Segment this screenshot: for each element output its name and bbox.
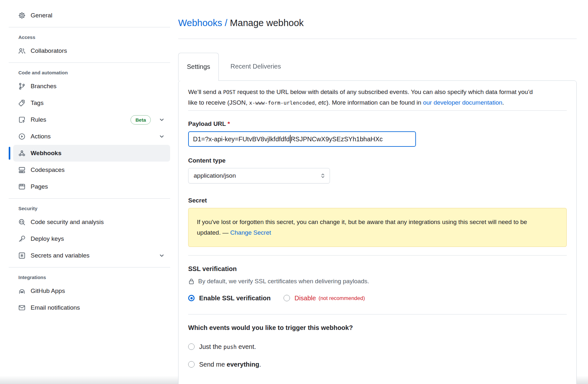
webhook-icon <box>18 150 25 157</box>
key-icon <box>18 235 25 242</box>
secret-label: Secret <box>188 197 567 204</box>
etc-italic: etc <box>318 99 326 106</box>
mail-icon <box>18 304 25 311</box>
lock-icon <box>188 278 195 285</box>
divider <box>9 267 170 267</box>
play-icon <box>18 133 25 140</box>
divider <box>9 27 170 27</box>
codespaces-icon <box>18 166 25 173</box>
disable-ssl-radio[interactable] <box>284 295 290 301</box>
payload-url-input[interactable]: D1=?x-api-key=FUtvBV8vjlkfdfdfdRSJPNCwX9… <box>188 131 416 147</box>
send-everything-text-end: . <box>259 361 261 368</box>
sidebar-item-label: Actions <box>31 133 51 140</box>
sidebar-item-rules[interactable]: Rules Beta <box>13 111 170 128</box>
sidebar-item-pages[interactable]: Pages <box>13 178 170 195</box>
sidebar-item-tags[interactable]: Tags <box>13 95 170 111</box>
sidebar-item-label: Tags <box>31 99 43 107</box>
enable-ssl-radio[interactable] <box>188 295 195 301</box>
everything-bold: everything <box>227 361 259 368</box>
sidebar-item-github-apps[interactable]: GitHub Apps <box>13 283 170 299</box>
sidebar-section-access: Access <box>18 34 165 40</box>
intro-text: . <box>502 99 504 106</box>
enable-ssl-label: Enable SSL verification <box>199 295 271 302</box>
tag-icon <box>18 99 25 107</box>
divider <box>9 198 170 199</box>
people-icon <box>18 47 25 54</box>
sidebar-item-label: GitHub Apps <box>31 287 65 295</box>
sidebar-item-secrets-and-variables[interactable]: Secrets and variables <box>13 247 170 264</box>
ssl-radio-group: Enable SSL verification Disable (not rec… <box>188 295 567 302</box>
sidebar-item-label: Rules <box>31 116 46 123</box>
breadcrumb-webhooks-link[interactable]: Webhooks / <box>178 18 227 28</box>
sidebar-item-label: Pages <box>31 183 48 190</box>
change-secret-link[interactable]: Change Secret <box>230 229 271 236</box>
events-heading: Which events would you like to trigger t… <box>188 324 567 332</box>
just-push-radio[interactable] <box>188 343 195 350</box>
intro-text: ). More information can be found in <box>326 99 423 106</box>
developer-documentation-link[interactable]: our developer documentation <box>423 99 502 106</box>
tab-settings[interactable]: Settings <box>178 53 219 81</box>
secret-warning-text: If you've lost or forgotten this secret,… <box>197 217 535 238</box>
page-title: Webhooks /Manage webhook <box>178 6 577 39</box>
sidebar-item-label: Email notifications <box>31 304 80 311</box>
chevron-down-icon <box>159 117 165 123</box>
git-branch-icon <box>18 83 25 90</box>
browser-icon <box>18 183 25 190</box>
sidebar-item-deploy-keys[interactable]: Deploy keys <box>13 230 170 247</box>
codescan-icon <box>18 219 25 226</box>
sidebar-item-general[interactable]: General <box>13 7 170 24</box>
sidebar-item-label: Webhooks <box>31 150 62 157</box>
post-code: POST <box>223 89 236 95</box>
sidebar-item-label: Branches <box>31 83 56 90</box>
divider <box>188 314 567 314</box>
sidebar-item-branches[interactable]: Branches <box>13 78 170 95</box>
sidebar-item-label: General <box>31 12 53 19</box>
sidebar-item-webhooks[interactable]: Webhooks <box>13 145 170 162</box>
rules-icon <box>18 116 25 123</box>
chevron-down-icon <box>159 252 165 259</box>
sidebar-item-code-security[interactable]: Code security and analysis <box>13 214 170 230</box>
secrets-icon <box>18 252 25 259</box>
github-apps-icon <box>18 287 25 295</box>
intro-text: We’ll send a <box>188 89 223 95</box>
ssl-note-text: By default, we verify SSL certificates w… <box>198 278 369 285</box>
selected-accent-bar <box>9 147 10 160</box>
main-content: Webhooks /Manage webhook Settings Recent… <box>170 0 588 384</box>
page-title-text: Manage webhook <box>230 18 304 28</box>
disable-ssl-note: (not recommended) <box>319 295 365 301</box>
ssl-verification-heading: SSL verification <box>188 265 567 273</box>
gear-icon <box>18 12 25 19</box>
sidebar-item-collaborators[interactable]: Collaborators <box>13 42 170 59</box>
sidebar-item-actions[interactable]: Actions <box>13 128 170 145</box>
send-everything-label: Send me everything. <box>199 361 261 368</box>
push-code: push <box>224 344 237 350</box>
content-type-select[interactable]: application/json <box>188 168 330 183</box>
sidebar-item-label: Deploy keys <box>31 235 64 242</box>
event-option-everything: Send me everything. <box>188 361 567 368</box>
event-option-push: Just the push event. <box>188 343 567 351</box>
just-push-text: Just the <box>199 343 224 350</box>
sidebar-section-security: Security <box>18 206 165 211</box>
content-type-label: Content type <box>188 157 567 164</box>
webhook-settings-panel: We’ll send a POST request to the URL bel… <box>178 80 577 384</box>
beta-badge: Beta <box>130 115 151 125</box>
tab-recent-deliveries[interactable]: Recent Deliveries <box>222 53 289 80</box>
send-everything-radio[interactable] <box>188 361 195 368</box>
settings-sidebar: General Access Collaborators Code and au… <box>0 0 170 384</box>
payload-url-label: Payload URL* <box>188 120 567 127</box>
sidebar-item-label: Codespaces <box>31 166 65 173</box>
tab-bar: Settings Recent Deliveries <box>178 53 577 80</box>
sidebar-section-integrations: Integrations <box>18 275 165 280</box>
sidebar-item-email-notifications[interactable]: Email notifications <box>13 299 170 316</box>
intro-text: , <box>315 99 318 106</box>
sidebar-item-codespaces[interactable]: Codespaces <box>13 162 170 178</box>
sidebar-item-label: Collaborators <box>31 47 67 54</box>
content-type-selected-value: application/json <box>194 172 236 179</box>
urlencoded-code: x-www-form-urlencoded <box>249 100 315 106</box>
ssl-note: By default, we verify SSL certificates w… <box>188 278 567 285</box>
just-push-label: Just the push event. <box>199 343 256 351</box>
divider <box>9 62 170 63</box>
just-push-text-end: event. <box>237 343 256 350</box>
required-asterisk: * <box>227 120 230 127</box>
divider <box>188 110 567 111</box>
